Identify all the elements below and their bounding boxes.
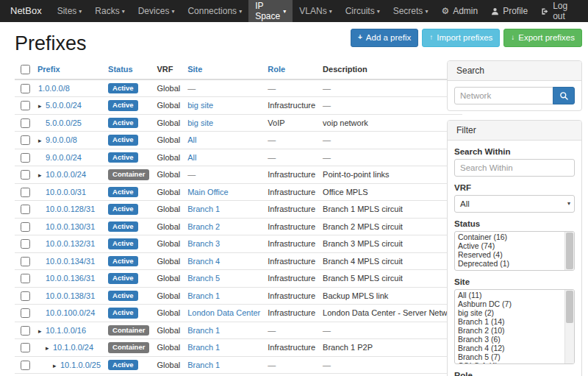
row-checkbox[interactable] <box>21 205 30 214</box>
column-sort-link-prefix[interactable]: Prefix <box>37 65 60 74</box>
add-a-prefix-button[interactable]: +Add a prefix <box>351 29 418 47</box>
nav-item-log-out[interactable]: Log out <box>534 0 585 22</box>
expand-caret-icon[interactable]: ▸ <box>38 172 46 179</box>
listbox-option[interactable]: Branch 4 (12) <box>456 344 564 352</box>
listbox-option[interactable]: Ashburn DC (7) <box>456 299 564 308</box>
prefix-link[interactable]: 10.0.0.138/31 <box>46 291 95 300</box>
expand-caret-icon[interactable]: ▸ <box>38 103 46 110</box>
row-select-cell <box>15 132 34 149</box>
prefix-link[interactable]: 10.1.0.0/16 <box>46 326 86 335</box>
site-link[interactable]: Branch 4 <box>187 257 220 266</box>
site-link[interactable]: All <box>187 135 196 144</box>
site-link[interactable]: Branch 1 <box>187 361 220 369</box>
import-prefixes-button[interactable]: ↑Import prefixes <box>422 29 500 47</box>
listbox-option[interactable]: COLO 1 (4) <box>456 361 564 364</box>
search-button[interactable] <box>553 87 575 104</box>
expand-caret-icon[interactable]: ▸ <box>38 328 46 335</box>
nav-item-connections[interactable]: Connections▾ <box>181 0 248 22</box>
site-link[interactable]: Branch 1 <box>187 291 220 300</box>
prefix-link[interactable]: 10.0.0.134/31 <box>46 257 95 266</box>
row-checkbox[interactable] <box>21 153 30 163</box>
prefix-link[interactable]: 9.0.0.0/24 <box>46 153 82 162</box>
row-checkbox[interactable] <box>21 188 30 197</box>
expand-caret-icon[interactable]: ▸ <box>53 363 60 369</box>
scrollbar-thumb[interactable] <box>566 233 573 269</box>
search-input[interactable] <box>454 87 553 104</box>
site-link[interactable]: big site <box>187 101 213 110</box>
listbox-option[interactable]: Reserved (4) <box>456 250 564 259</box>
listbox-option[interactable]: big site (2) <box>456 308 564 317</box>
status-listbox-scrollbar[interactable] <box>564 232 574 270</box>
nav-item-devices[interactable]: Devices▾ <box>132 0 182 22</box>
column-sort-link-status[interactable]: Status <box>108 65 133 74</box>
row-checkbox[interactable] <box>21 257 30 266</box>
site-link[interactable]: Main Office <box>187 188 228 196</box>
select-all-checkbox[interactable] <box>21 65 30 74</box>
row-checkbox[interactable] <box>21 361 30 370</box>
column-sort-link-role[interactable]: Role <box>268 65 285 74</box>
nav-item-ip-space[interactable]: IP Space▾ <box>248 0 293 22</box>
prefix-link[interactable]: 10.1.0.0/24 <box>53 343 93 352</box>
navbar-brand[interactable]: NetBox <box>4 0 51 22</box>
listbox-option[interactable]: Deprecated (1) <box>456 259 564 268</box>
site-link[interactable]: All <box>187 153 196 162</box>
prefix-link[interactable]: 10.0.0.130/31 <box>46 222 95 231</box>
prefix-link[interactable]: 5.0.0.0/25 <box>46 118 82 127</box>
site-listbox-scrollbar[interactable] <box>564 290 574 363</box>
scrollbar-thumb[interactable] <box>566 291 573 323</box>
nav-item-circuits[interactable]: Circuits▾ <box>339 0 387 22</box>
nav-item-sites[interactable]: Sites▾ <box>51 0 89 22</box>
row-checkbox[interactable] <box>21 84 30 93</box>
site-link[interactable]: Branch 3 <box>187 239 220 248</box>
site-link[interactable]: big site <box>187 118 213 127</box>
listbox-option[interactable]: Branch 3 (6) <box>456 335 564 344</box>
row-checkbox[interactable] <box>21 291 30 301</box>
row-checkbox[interactable] <box>21 101 30 110</box>
site-link[interactable]: London Data Center <box>187 308 260 317</box>
nav-item-admin[interactable]: ⚙Admin <box>434 0 484 22</box>
export-prefixes-button[interactable]: ↓Export prefixes <box>503 29 582 47</box>
prefix-link[interactable]: 10.1.0.0/25 <box>60 361 101 369</box>
nav-item-secrets[interactable]: Secrets▾ <box>387 0 435 22</box>
prefix-link[interactable]: 10.0.0.132/31 <box>46 239 95 248</box>
prefix-link[interactable]: 10.0.0.128/31 <box>46 205 95 213</box>
prefix-link[interactable]: 10.0.0.0/24 <box>46 170 86 179</box>
listbox-option[interactable]: Branch 5 (7) <box>456 352 564 361</box>
expand-caret-icon[interactable]: ▸ <box>38 138 46 144</box>
search-within-input[interactable] <box>454 159 575 177</box>
site-link[interactable]: Branch 1 <box>187 205 220 213</box>
row-checkbox[interactable] <box>21 343 30 352</box>
row-checkbox[interactable] <box>21 222 30 232</box>
prefix-link[interactable]: 10.0.0.0/31 <box>46 188 86 196</box>
row-checkbox[interactable] <box>21 274 30 283</box>
row-checkbox[interactable] <box>21 135 30 145</box>
site-link[interactable]: Branch 2 <box>187 222 220 231</box>
row-checkbox[interactable] <box>21 239 30 249</box>
vrf-select[interactable]: All ▾ <box>454 195 575 213</box>
listbox-option[interactable]: All (11) <box>456 291 564 299</box>
expand-caret-icon[interactable]: ▸ <box>46 345 53 352</box>
listbox-option[interactable]: Branch 2 (10) <box>456 326 564 335</box>
row-checkbox[interactable] <box>21 118 30 128</box>
row-checkbox[interactable] <box>21 326 30 336</box>
row-checkbox[interactable] <box>21 308 30 318</box>
prefix-link[interactable]: 5.0.0.0/24 <box>46 101 82 110</box>
nav-item-racks[interactable]: Racks▾ <box>88 0 131 22</box>
table-body: 1.0.0.0/8ActiveGlobal———▸5.0.0.0/24Activ… <box>15 79 462 376</box>
listbox-option[interactable]: Active (74) <box>456 241 564 250</box>
nav-item-profile[interactable]: Profile <box>484 0 534 22</box>
site-link[interactable]: Branch 1 <box>187 326 220 335</box>
prefix-link[interactable]: 10.0.100.0/24 <box>46 308 95 317</box>
prefix-link[interactable]: 9.0.0.0/8 <box>46 135 77 144</box>
prefix-link[interactable]: 1.0.0.0/8 <box>38 84 70 93</box>
listbox-option[interactable]: Container (16) <box>456 233 564 241</box>
column-sort-link-site[interactable]: Site <box>187 65 202 74</box>
nav-item-vlans[interactable]: VLANs▾ <box>293 0 338 22</box>
status-listbox[interactable]: Container (16)Active (74)Reserved (4)Dep… <box>454 231 575 271</box>
prefix-link[interactable]: 10.0.0.136/31 <box>46 274 95 283</box>
site-listbox[interactable]: All (11)Ashburn DC (7)big site (2)Branch… <box>454 289 575 364</box>
site-link[interactable]: Branch 1 <box>187 343 220 352</box>
listbox-option[interactable]: Branch 1 (14) <box>456 317 564 326</box>
site-link[interactable]: Branch 5 <box>187 274 220 283</box>
row-checkbox[interactable] <box>21 170 30 180</box>
